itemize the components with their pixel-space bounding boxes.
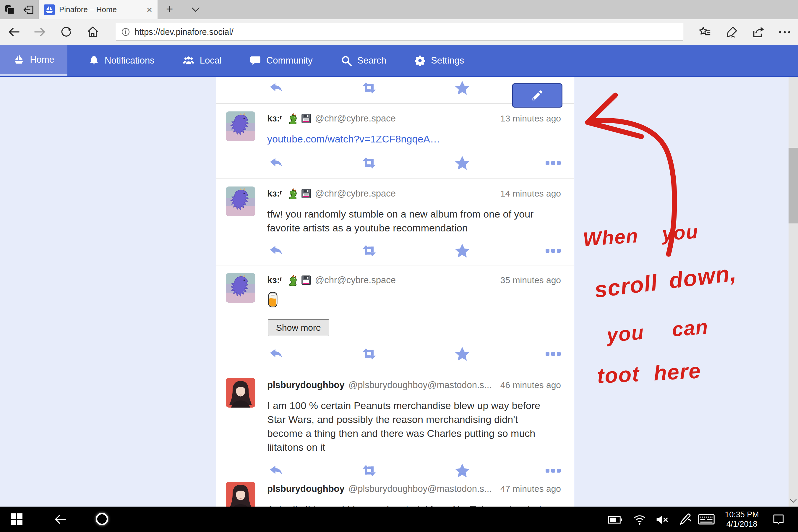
back-button[interactable] [8, 25, 21, 38]
wifi-icon[interactable] [633, 514, 646, 525]
favorite-star-icon[interactable] [454, 346, 471, 362]
boost-icon[interactable] [360, 81, 379, 95]
author-name[interactable]: kз:ʳ [267, 188, 282, 199]
cortana-button[interactable] [96, 513, 108, 525]
dragon-avatar [226, 187, 255, 216]
author-name[interactable]: plsburydoughboy [267, 483, 345, 494]
pinafore-favicon [44, 4, 55, 15]
toot-link[interactable]: youtube.com/watch?v=1ZCF8ngqeA… [267, 133, 440, 145]
toot-more-icon[interactable] [546, 249, 561, 253]
author-handle[interactable]: @chr@cybre.space [315, 188, 396, 199]
boost-icon[interactable] [360, 156, 379, 171]
author-name[interactable]: plsburydoughboy [267, 380, 345, 391]
boost-icon[interactable] [360, 244, 379, 258]
taskbar-back-button[interactable] [54, 513, 68, 526]
tabs-set-aside-icon[interactable] [4, 4, 16, 16]
clock-date: 4/1/2018 [721, 519, 762, 529]
favorite-star-icon[interactable] [454, 155, 471, 171]
page-scrollbar[interactable] [788, 77, 798, 507]
avatar[interactable] [226, 187, 255, 216]
web-note-button[interactable] [725, 25, 738, 39]
dragon-emoji [286, 113, 297, 124]
start-button[interactable] [11, 513, 22, 525]
author-handle[interactable]: @chr@cybre.space [315, 275, 396, 285]
toot-more-icon[interactable] [546, 352, 561, 356]
browser-tab-strip: Pinafore – Home × + [0, 0, 798, 19]
toot: kз:ʳ @chr@cybre.space 13 minutes ago you… [216, 103, 574, 178]
floppy-disk-emoji [301, 189, 311, 198]
site-info-icon[interactable] [121, 27, 130, 37]
author-handle[interactable]: @chr@cybre.space [315, 113, 396, 124]
nav-tab-notifications[interactable]: Notifications [77, 45, 166, 76]
battery-icon[interactable] [608, 516, 623, 524]
floppy-disk-emoji [301, 275, 311, 285]
bell-icon [88, 55, 100, 66]
address-bar[interactable]: https://dev.pinafore.social/ [116, 23, 683, 41]
set-tabs-aside-icon[interactable] [23, 4, 35, 16]
gear-icon [414, 55, 426, 66]
nav-tab-community[interactable]: Community [239, 45, 324, 76]
tab-title: Pinafore – Home [59, 5, 142, 14]
action-center-icon[interactable] [772, 513, 785, 526]
browser-tab[interactable]: Pinafore – Home × [39, 0, 157, 19]
favorite-star-icon[interactable] [454, 243, 471, 259]
pencil-icon [531, 89, 544, 102]
dragon-emoji [286, 188, 297, 199]
avatar[interactable] [226, 273, 255, 303]
toot-more-icon[interactable] [546, 469, 561, 473]
tab-list-chevron-icon[interactable] [191, 7, 200, 12]
author-handle[interactable]: @plsburydoughboy@mastodon.s... [348, 380, 492, 391]
toot: kз:ʳ @chr@cybre.space 35 minutes ago Sho… [216, 265, 574, 370]
reply-icon[interactable] [268, 155, 285, 171]
toot-text: Actually this would be good material for… [267, 502, 552, 507]
timeline-page: kз:ʳ @chr@cybre.space 13 minutes ago you… [0, 77, 798, 507]
reply-icon[interactable] [268, 346, 285, 362]
avatar[interactable] [226, 482, 255, 507]
nav-tab-settings[interactable]: Settings [403, 45, 475, 76]
toot-text: tfw! you randomly stumble on a new album… [267, 207, 552, 235]
toot-timestamp: 47 minutes ago [500, 484, 561, 494]
timeline-column: kз:ʳ @chr@cybre.space 13 minutes ago you… [216, 77, 574, 507]
nav-tab-local[interactable]: Local [171, 45, 233, 76]
new-tab-button[interactable]: + [166, 2, 173, 16]
avatar[interactable] [226, 111, 255, 141]
people-icon [182, 54, 195, 67]
reply-icon[interactable] [268, 80, 285, 96]
toot-more-icon[interactable] [546, 161, 561, 165]
home-button[interactable] [86, 25, 99, 38]
reply-icon[interactable] [268, 243, 285, 259]
author-name[interactable]: kз:ʳ [267, 113, 282, 124]
boost-icon[interactable] [360, 347, 379, 361]
annotation-line-3: you can [606, 315, 709, 347]
pinafore-navbar: Home Notifications Local Community Searc… [0, 45, 798, 77]
scrollbar-down-arrow-icon[interactable] [790, 499, 797, 503]
volume-muted-icon[interactable] [656, 514, 668, 525]
clock-time: 10:35 PM [721, 510, 762, 519]
avatar[interactable] [226, 378, 255, 407]
dragon-avatar [226, 111, 255, 141]
share-button[interactable] [751, 25, 765, 39]
annotation-line-2: scroll down, [593, 260, 738, 303]
toot: kз:ʳ @chr@cybre.space 14 minutes ago tfw… [216, 178, 574, 265]
favorites-button[interactable] [698, 25, 712, 39]
toot: plsburydoughboy @plsburydoughboy@mastodo… [216, 474, 574, 507]
pen-settings-icon[interactable] [679, 513, 692, 526]
scrollbar-thumb[interactable] [788, 148, 798, 224]
toot: plsburydoughboy @plsburydoughboy@mastodo… [216, 370, 574, 474]
nav-tab-search[interactable]: Search [329, 45, 397, 76]
settings-more-button[interactable] [778, 25, 792, 39]
touch-keyboard-icon[interactable] [698, 514, 715, 525]
author-name[interactable]: kз:ʳ [267, 275, 282, 285]
show-more-button[interactable]: Show more [268, 319, 329, 336]
forward-button[interactable] [33, 25, 46, 38]
nav-tab-home[interactable]: Home [0, 45, 68, 76]
tab-close-icon[interactable]: × [147, 5, 152, 15]
dragon-avatar [226, 273, 255, 303]
annotation-line-4: toot here [596, 359, 702, 388]
favorite-star-icon[interactable] [454, 80, 471, 96]
speech-bubble-icon [249, 55, 261, 66]
refresh-button[interactable] [60, 25, 73, 38]
author-handle[interactable]: @plsburydoughboy@mastodon.s... [348, 483, 492, 494]
compose-toot-button[interactable] [512, 83, 563, 108]
taskbar-clock[interactable]: 10:35 PM 4/1/2018 [721, 510, 762, 529]
